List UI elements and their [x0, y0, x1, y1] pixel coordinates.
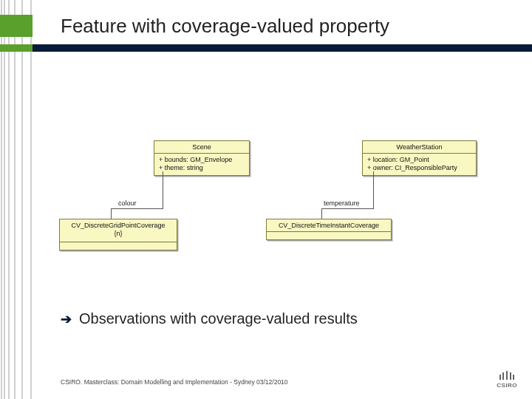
uml-class-name: CV_DiscreteTimeInstantCoverage [267, 219, 391, 232]
uml-connector [111, 208, 163, 209]
uml-connector [111, 208, 112, 219]
bullet-text: Observations with coverage-valued result… [79, 310, 358, 327]
uml-class-name: Scene [154, 141, 249, 154]
uml-association-label: temperature [324, 200, 360, 207]
uml-class-name: WeatherStation [363, 141, 476, 154]
title-rule [0, 44, 532, 52]
arrow-icon: ➔ [61, 311, 72, 327]
uml-class-timecoverage: CV_DiscreteTimeInstantCoverage [266, 219, 392, 240]
left-rules [0, 0, 35, 399]
uml-attr: + theme: string [159, 164, 245, 172]
uml-diagram: Scene + bounds: GM_Envelope + theme: str… [44, 74, 502, 273]
footer-text: CSIRO. Masterclass: Domain Modelling and… [61, 378, 288, 386]
uml-class-scene: Scene + bounds: GM_Envelope + theme: str… [154, 140, 250, 176]
uml-attr: + owner: CI_ResponsibleParty [367, 164, 471, 172]
uml-attr: + bounds: GM_Envelope [159, 156, 245, 164]
uml-association-label: colour [118, 200, 137, 207]
uml-connector [163, 171, 163, 208]
uml-connector [321, 208, 322, 219]
uml-connector [321, 208, 374, 209]
bullet: ➔ Observations with coverage-valued resu… [61, 310, 358, 327]
titlebar: Feature with coverage-valued property [0, 15, 532, 53]
uml-class-gridcoverage: CV_DiscreteGridPointCoverage {n} [59, 219, 177, 250]
brand-name: CSIRO [497, 382, 517, 389]
uml-attr: + location: GM_Point [367, 156, 471, 164]
csiro-logo-icon [497, 371, 516, 381]
uml-class-constraint: {n} [64, 229, 172, 239]
uml-class-weatherstation: WeatherStation + location: GM_Point + ow… [362, 140, 477, 176]
page-title: Feature with coverage-valued property [61, 15, 389, 38]
uml-connector [373, 171, 374, 208]
title-accent-block [0, 15, 33, 37]
title-rule-accent [0, 44, 33, 52]
brand-logo: CSIRO [497, 371, 517, 389]
uml-class-name: CV_DiscreteGridPointCoverage [64, 222, 172, 229]
